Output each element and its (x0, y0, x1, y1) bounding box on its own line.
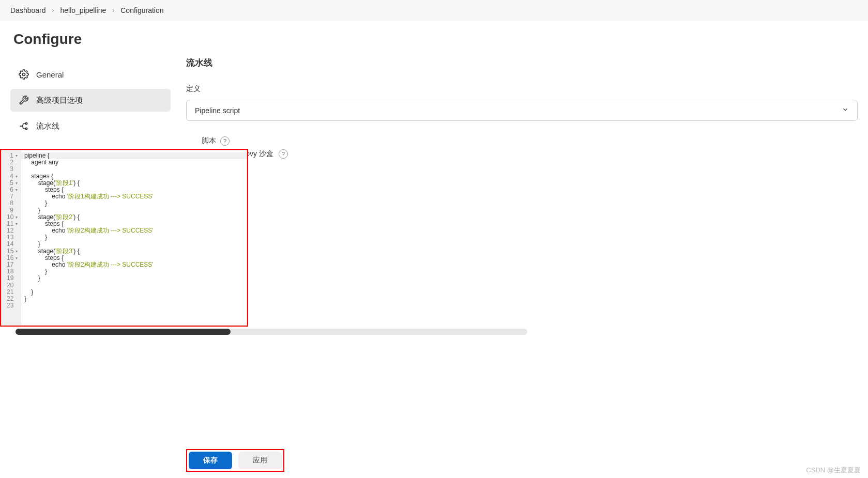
svg-point-1 (25, 122, 27, 124)
code-editor[interactable]: 1▾234▾5▾6▾78910▾11▾12131415▾16▾171819202… (1, 150, 247, 194)
chevron-right-icon: › (52, 7, 54, 14)
chevron-right-icon: › (112, 7, 114, 14)
sidebar-item-label: 流水线 (36, 121, 59, 131)
line-gutter: 1▾234▾5▾6▾78910▾11▾12131415▾16▾171819202… (2, 150, 21, 194)
definition-select[interactable]: Pipeline script (186, 100, 858, 121)
code-editor-highlight: 1▾234▾5▾6▾78910▾11▾12131415▾16▾171819202… (0, 149, 248, 194)
sidebar-item-advanced[interactable]: 高级项目选项 (10, 89, 171, 112)
sidebar-item-label: 高级项目选项 (36, 96, 83, 105)
gear-icon (19, 69, 29, 80)
sidebar-item-label: General (36, 70, 64, 79)
breadcrumb-item[interactable]: hello_pipelline (60, 6, 106, 14)
pipeline-icon (19, 121, 29, 131)
breadcrumb: Dashboard › hello_pipelline › Configurat… (0, 0, 868, 21)
content-area: 流水线 定义 Pipeline script 脚本 ? 1▾234▾5▾6▾78… (186, 31, 858, 184)
page-title: Configure (10, 31, 171, 48)
select-value: Pipeline script (195, 106, 240, 115)
code-content[interactable]: pipeline { agent any stages { stage('阶段1… (21, 150, 247, 194)
script-label: 脚本 (202, 136, 216, 146)
svg-point-0 (23, 73, 25, 76)
svg-point-2 (25, 128, 27, 129)
sidebar-item-pipeline[interactable]: 流水线 (10, 115, 171, 137)
section-title: 流水线 (186, 57, 858, 69)
breadcrumb-item[interactable]: Configuration (120, 6, 163, 14)
wrench-icon (19, 95, 29, 105)
sidebar-item-general[interactable]: General (10, 63, 171, 86)
chevron-down-icon (842, 106, 849, 115)
help-icon[interactable]: ? (220, 136, 230, 146)
breadcrumb-item[interactable]: Dashboard (10, 6, 46, 14)
definition-label: 定义 (186, 84, 858, 94)
